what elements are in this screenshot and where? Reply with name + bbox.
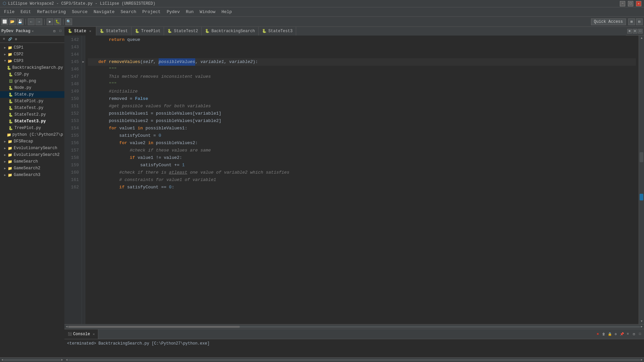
tab-backtracking[interactable]: 🐍 BacktrackingSearch [202,27,259,36]
console-scroll-lock[interactable]: 🔒 [607,331,612,337]
bottom-tab-bar: ⬛ Console ✕ [64,329,595,339]
menu-pydev[interactable]: Pydev [164,8,182,15]
tree-item-stateplot-py[interactable]: 🐍 StatePlot.py [0,98,64,105]
console-stop[interactable]: ■ [595,331,600,337]
toolbar-layout1[interactable]: ⊞ [628,18,635,25]
tree-item-gamesearch[interactable]: ▶ 📁 GameSearch [0,158,64,165]
tree-item-evolutionary[interactable]: ▶ 📁 EvolutionarySearch [0,145,64,152]
code-line-156: for value2 in possibleValues2: [88,139,636,147]
pkg-collapse-all[interactable]: ≡ [1,37,7,42]
png-icon-graph: 🖼 [8,78,13,84]
kw-in-154: in [138,125,145,132]
editor-scroll-left[interactable]: ◀ [66,325,67,328]
minimap-track[interactable] [639,41,644,319]
tab-treeplot[interactable]: 🐍 TreePlot [131,27,164,36]
tree-item-state-py[interactable]: 🐍 State.py [0,91,64,98]
console-tab[interactable]: ⬛ Console ✕ [64,329,98,339]
comment-161: # constraints for value1 of variable1 [88,176,216,184]
tree-item-treeplot-py[interactable]: 🐍 TreePlot.py [0,125,64,131]
folder-icon-csp2: 📁 [7,52,13,57]
sidebar-scroll-left[interactable]: ◀ [1,358,3,362]
console-settings[interactable]: ⚙ [613,331,619,337]
project-tree: ▶ 📁 CSP1 ▶ 📁 CSP2 ▼ 📂 CSP3 🐍 Backtrackin… [0,43,64,357]
console-scroll-left[interactable]: ◀ [66,358,67,362]
minimize-button[interactable]: − [620,1,625,6]
editor-minimize[interactable]: ⊟ [633,29,637,34]
toolbar-new[interactable]: ⬜ [1,18,8,25]
menu-window[interactable]: Window [197,8,218,15]
gutter-markers: ▶ [82,36,85,324]
tree-item-statetest3-py[interactable]: 🐍 StateTest3.py [0,118,64,125]
kw-in-156: in [148,139,156,147]
console-scroll-right[interactable]: ▶ [641,358,643,362]
tree-item-csp-py[interactable]: 🐍 CSP.py [0,71,64,78]
tree-item-graph-png[interactable]: 🖼 graph.png [0,78,64,84]
code-line-148: """ [88,80,636,88]
tree-item-statetest-py[interactable]: 🐍 StateTest.py [0,105,64,111]
sidebar-maximize-btn[interactable]: □ [58,28,63,34]
tree-item-gamesearch3[interactable]: ▶ 📁 GameSearch3 [0,172,64,178]
minimap-thumb[interactable] [640,152,643,162]
toolbar-run[interactable]: ▶ [47,18,53,25]
scroll-up-arrow[interactable]: ▲ [639,36,644,41]
console-minimize-btn[interactable]: ⊟ [631,331,637,337]
close-button[interactable]: ✕ [636,1,641,6]
menu-project[interactable]: Project [140,8,163,15]
console-pin[interactable]: 📌 [619,331,625,337]
menu-refactoring[interactable]: Refactoring [34,8,68,15]
menu-file[interactable]: File [1,8,17,15]
toolbar-debug[interactable]: 🐛 [54,18,61,25]
toolbar-save[interactable]: 💾 [17,18,23,25]
tree-item-csp3[interactable]: ▼ 📂 CSP3 [0,58,64,64]
menu-help[interactable]: Help [219,8,234,15]
tree-item-backtracking[interactable]: 🐍 BacktrackingSearch.py [0,64,64,71]
tree-item-python-env[interactable]: 📁 python (C:\Python27\p [0,131,64,138]
scroll-down-arrow[interactable]: ▼ [639,319,644,324]
editor-maximize[interactable]: □ [638,29,643,34]
code-content[interactable]: return queue def removeValues(self, poss… [85,36,639,324]
console-maximize-btn[interactable]: □ [637,331,643,337]
toolbar-back[interactable]: ← [28,18,35,25]
toolbar-sep2 [44,19,45,25]
title-controls: − □ ✕ [620,1,641,6]
tree-item-node-py[interactable]: 🐍 Node.py [0,84,64,91]
tree-item-dfsrecap[interactable]: ▶ 📁 DFSRecap [0,138,64,145]
var-removed-150: removed = [88,95,135,103]
sidebar-minimize-btn[interactable]: ⊟ [52,28,57,34]
tab-statetest3[interactable]: 🐍 StateTest3 [259,27,296,36]
editor-scroll-right[interactable]: ▶ [641,325,643,328]
toolbar-search[interactable]: 🔍 [65,18,72,25]
tab-statetest-label: StateTest [106,29,128,34]
paren-open-145: ( [140,58,143,66]
tab-statetest[interactable]: 🐍 StateTest [96,27,131,36]
pkg-settings[interactable]: ⚙ [13,37,19,42]
code-editor: 142 143 144 145 146 147 148 149 150 151 … [64,36,644,324]
toolbar-layout2[interactable]: ⊟ [636,18,643,25]
tab-bar: 🐍 State ✕ 🐍 StateTest 🐍 TreePlot 🐍 State… [64,27,626,36]
tab-statetest2[interactable]: 🐍 StateTest2 [164,27,202,36]
tab-statetest3-label: StateTest3 [268,29,292,34]
toolbar-forward[interactable]: → [36,18,42,25]
tree-label-csp1: CSP1 [14,45,23,50]
tree-item-evolutionary2[interactable]: ▶ 📁 EvolutionarySearch2 [0,152,64,158]
menu-search[interactable]: Search [118,8,139,15]
tree-item-gamesearch2[interactable]: ▶ 📁 GameSearch2 [0,165,64,172]
quick-access-input[interactable]: Quick Access [591,18,626,25]
menu-navigate[interactable]: Navigate [91,8,117,15]
menu-edit[interactable]: Edit [18,8,34,15]
console-tab-close[interactable]: ✕ [93,332,95,336]
toolbar-open[interactable]: 📂 [9,18,16,25]
pkg-link-editor[interactable]: 🔗 [7,37,13,42]
tree-item-csp2[interactable]: ▶ 📁 CSP2 [0,51,64,58]
tree-item-statetest2-py[interactable]: 🐍 StateTest2.py [0,111,64,118]
menu-run[interactable]: Run [183,8,196,15]
editor-view-menu[interactable]: ⊞ [627,29,632,34]
maximize-button[interactable]: □ [628,1,633,6]
console-clear[interactable]: 🗑 [601,331,606,337]
console-menu[interactable]: ≡ [625,331,631,337]
tab-state-close[interactable]: ✕ [88,29,93,34]
sidebar-scroll-right[interactable]: ▶ [61,358,63,362]
tree-item-csp1[interactable]: ▶ 📁 CSP1 [0,44,64,51]
tab-state[interactable]: 🐍 State ✕ [64,27,96,36]
menu-source[interactable]: Source [69,8,90,15]
